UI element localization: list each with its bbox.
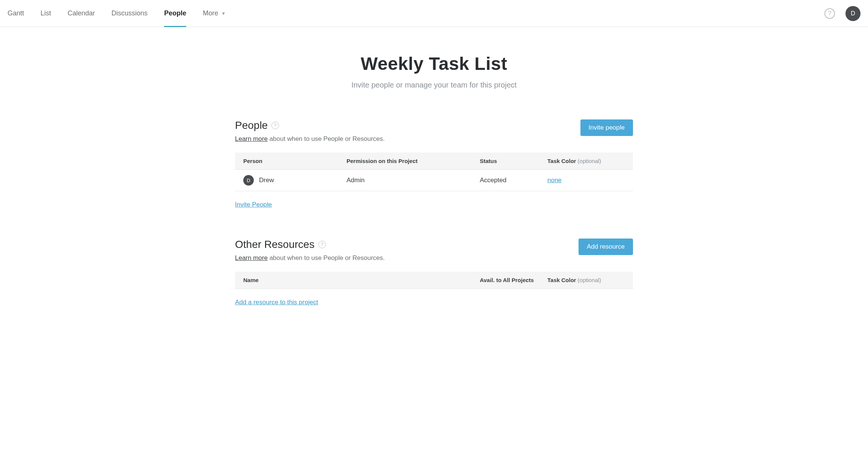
people-table: Person Permission on this Project Status… (235, 153, 633, 191)
help-icon[interactable]: ? (824, 8, 835, 19)
avatar-initial: D (851, 10, 855, 17)
tab-label: People (164, 9, 186, 17)
person-avatar-initial: D (247, 178, 250, 183)
page-subtitle: Invite people or manage your team for th… (235, 81, 633, 89)
people-section-title: People (235, 119, 268, 131)
add-resource-button[interactable]: Add resource (579, 239, 633, 255)
tab-label: More (203, 9, 218, 17)
col-task-color-label: Task Color (547, 277, 576, 283)
people-table-header: Person Permission on this Project Status… (235, 153, 633, 170)
col-avail: Avail. to All Projects (480, 277, 547, 283)
resources-section: Other Resources ? Learn more about when … (235, 239, 633, 306)
col-name: Name (243, 277, 480, 283)
resources-section-sub: Learn more about when to use People or R… (235, 254, 385, 262)
col-task-color-optional: (optional) (576, 158, 601, 164)
tab-more[interactable]: More ▼ (203, 0, 226, 27)
learn-more-tail: about when to use People or Resources. (268, 135, 385, 142)
col-task-color: Task Color (optional) (547, 277, 625, 283)
tab-label: List (41, 9, 51, 17)
tab-list[interactable]: List (41, 0, 51, 27)
people-section-header: People ? Learn more about when to use Pe… (235, 119, 633, 143)
page-title: Weekly Task List (235, 53, 633, 74)
chevron-down-icon: ▼ (221, 11, 226, 16)
col-task-color-label: Task Color (547, 158, 576, 164)
col-status: Status (480, 158, 547, 164)
learn-more-tail: about when to use People or Resources. (268, 254, 385, 261)
tab-label: Gantt (8, 9, 24, 17)
people-section: People ? Learn more about when to use Pe… (235, 119, 633, 208)
col-person: Person (243, 158, 347, 164)
avatar[interactable]: D (845, 6, 860, 21)
help-icon[interactable]: ? (318, 241, 326, 248)
tab-people[interactable]: People (164, 0, 186, 27)
status-cell: Accepted (480, 177, 547, 184)
invite-people-button[interactable]: Invite people (580, 119, 633, 136)
invite-people-link[interactable]: Invite People (235, 201, 272, 208)
task-color-link[interactable]: none (547, 177, 562, 184)
add-resource-link-row: Add a resource to this project (235, 299, 633, 306)
tab-calendar[interactable]: Calendar (68, 0, 95, 27)
col-task-color-optional: (optional) (576, 277, 601, 283)
col-task-color: Task Color (optional) (547, 158, 625, 164)
tab-gantt[interactable]: Gantt (8, 0, 24, 27)
resources-section-header: Other Resources ? Learn more about when … (235, 239, 633, 262)
person-name: Drew (259, 177, 274, 184)
tab-label: Discussions (112, 9, 148, 17)
main-content: Weekly Task List Invite people or manage… (235, 27, 633, 329)
top-navigation: Gantt List Calendar Discussions People M… (0, 0, 868, 27)
topbar-right: ? D (824, 6, 860, 21)
resources-table: Name Avail. to All Projects Task Color (… (235, 272, 633, 289)
invite-people-link-row: Invite People (235, 201, 633, 208)
task-color-cell: none (547, 177, 625, 184)
permission-cell: Admin (347, 177, 480, 184)
nav-tabs: Gantt List Calendar Discussions People M… (8, 0, 226, 27)
learn-more-link[interactable]: Learn more (235, 254, 268, 261)
person-avatar: D (243, 175, 254, 186)
col-permission: Permission on this Project (347, 158, 480, 164)
people-section-sub: Learn more about when to use People or R… (235, 135, 385, 143)
person-cell: D Drew (243, 175, 347, 186)
people-table-row: D Drew Admin Accepted none (235, 170, 633, 191)
resources-section-title: Other Resources (235, 239, 315, 251)
learn-more-link[interactable]: Learn more (235, 135, 268, 142)
tab-label: Calendar (68, 9, 95, 17)
add-resource-link[interactable]: Add a resource to this project (235, 299, 318, 306)
help-icon[interactable]: ? (271, 122, 279, 129)
tab-discussions[interactable]: Discussions (112, 0, 148, 27)
resources-table-header: Name Avail. to All Projects Task Color (… (235, 272, 633, 289)
